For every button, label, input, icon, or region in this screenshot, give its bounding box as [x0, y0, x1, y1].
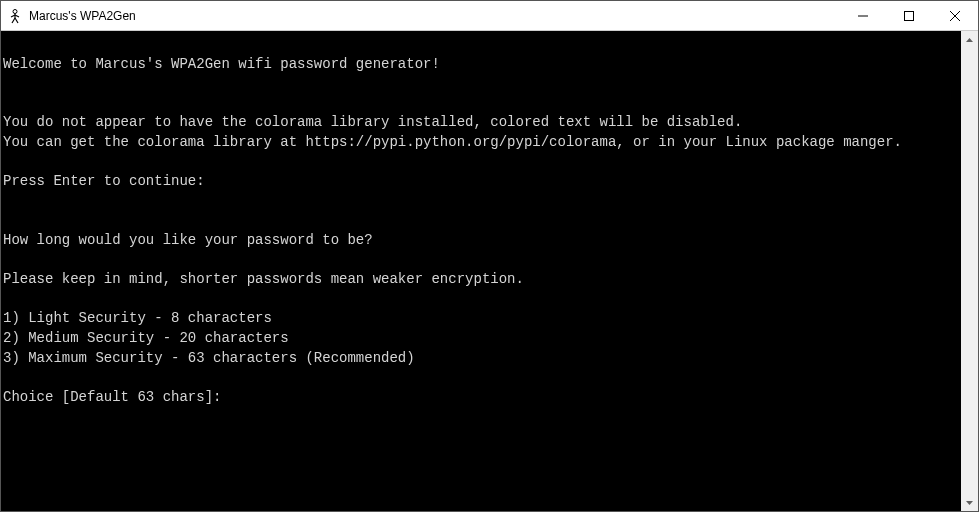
- terminal-line: [3, 192, 959, 212]
- terminal-line: Choice [Default 63 chars]:: [3, 388, 959, 408]
- terminal-line: [3, 368, 959, 388]
- terminal-line: You do not appear to have the colorama l…: [3, 113, 959, 133]
- scroll-track[interactable]: [961, 48, 978, 494]
- terminal-line: [3, 290, 959, 310]
- scroll-down-button[interactable]: [961, 494, 978, 511]
- close-icon: [950, 11, 960, 21]
- terminal-line: 2) Medium Security - 20 characters: [3, 329, 959, 349]
- svg-line-4: [12, 18, 15, 23]
- maximize-icon: [904, 11, 914, 21]
- vertical-scrollbar[interactable]: [961, 31, 978, 511]
- window-title: Marcus's WPA2Gen: [29, 9, 136, 23]
- titlebar[interactable]: Marcus's WPA2Gen: [1, 1, 978, 31]
- terminal-output[interactable]: Welcome to Marcus's WPA2Gen wifi passwor…: [1, 31, 961, 511]
- terminal-line: [3, 153, 959, 173]
- svg-rect-7: [905, 11, 914, 20]
- terminal-line: [3, 74, 959, 94]
- content-area: Welcome to Marcus's WPA2Gen wifi passwor…: [1, 31, 978, 511]
- svg-point-0: [13, 9, 17, 13]
- window-controls: [840, 1, 978, 30]
- terminal-line: Press Enter to continue:: [3, 172, 959, 192]
- terminal-line: Please keep in mind, shorter passwords m…: [3, 270, 959, 290]
- terminal-line: [3, 251, 959, 271]
- scroll-up-button[interactable]: [961, 31, 978, 48]
- chevron-down-icon: [966, 501, 973, 505]
- chevron-up-icon: [966, 38, 973, 42]
- application-window: Marcus's WPA2Gen Welcome to Marcus: [0, 0, 979, 512]
- close-button[interactable]: [932, 1, 978, 30]
- terminal-line: [3, 211, 959, 231]
- minimize-button[interactable]: [840, 1, 886, 30]
- app-icon: [7, 8, 23, 24]
- terminal-line: [3, 94, 959, 114]
- minimize-icon: [858, 11, 868, 21]
- svg-line-5: [15, 18, 18, 23]
- terminal-line: 3) Maximum Security - 63 characters (Rec…: [3, 349, 959, 369]
- title-left: Marcus's WPA2Gen: [1, 8, 840, 24]
- terminal-line: [3, 35, 959, 55]
- terminal-line: Welcome to Marcus's WPA2Gen wifi passwor…: [3, 55, 959, 75]
- terminal-line: 1) Light Security - 8 characters: [3, 309, 959, 329]
- terminal-line: You can get the colorama library at http…: [3, 133, 959, 153]
- maximize-button[interactable]: [886, 1, 932, 30]
- terminal-line: How long would you like your password to…: [3, 231, 959, 251]
- svg-line-2: [11, 15, 15, 17]
